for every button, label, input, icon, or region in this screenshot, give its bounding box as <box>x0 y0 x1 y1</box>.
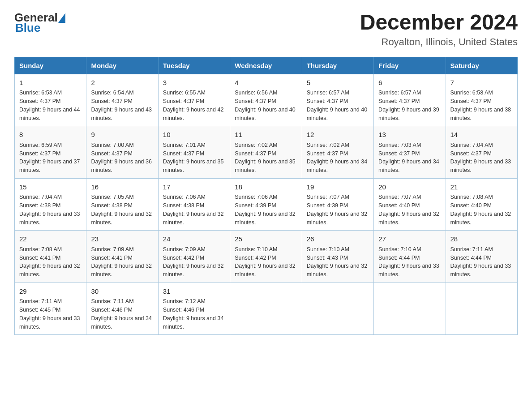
header-tuesday: Tuesday <box>158 57 230 74</box>
calendar-cell: 11Sunrise: 7:02 AMSunset: 4:37 PMDayligh… <box>230 126 302 179</box>
day-number: 25 <box>235 234 297 244</box>
day-number: 10 <box>163 130 225 140</box>
calendar-cell: 3Sunrise: 6:55 AMSunset: 4:37 PMDaylight… <box>158 74 230 126</box>
day-number: 24 <box>163 234 225 244</box>
calendar-cell <box>446 283 517 335</box>
day-info: Sunrise: 7:10 AMSunset: 4:43 PMDaylight:… <box>307 245 369 279</box>
day-info: Sunrise: 7:08 AMSunset: 4:41 PMDaylight:… <box>19 245 82 279</box>
calendar-cell: 1Sunrise: 6:53 AMSunset: 4:37 PMDaylight… <box>15 74 86 126</box>
header-saturday: Saturday <box>446 57 517 74</box>
week-row-5: 29Sunrise: 7:11 AMSunset: 4:45 PMDayligh… <box>15 283 518 335</box>
day-info: Sunrise: 7:00 AMSunset: 4:37 PMDaylight:… <box>91 141 153 175</box>
day-info: Sunrise: 7:02 AMSunset: 4:37 PMDaylight:… <box>235 141 297 175</box>
day-number: 28 <box>450 234 513 244</box>
week-row-2: 8Sunrise: 6:59 AMSunset: 4:37 PMDaylight… <box>15 126 518 179</box>
calendar-cell: 16Sunrise: 7:05 AMSunset: 4:38 PMDayligh… <box>86 178 158 231</box>
header-monday: Monday <box>86 57 158 74</box>
day-info: Sunrise: 7:06 AMSunset: 4:39 PMDaylight:… <box>235 193 297 227</box>
day-number: 14 <box>450 130 513 140</box>
calendar-cell: 18Sunrise: 7:06 AMSunset: 4:39 PMDayligh… <box>230 178 302 231</box>
day-info: Sunrise: 7:04 AMSunset: 4:37 PMDaylight:… <box>450 141 513 175</box>
day-number: 30 <box>91 287 153 297</box>
day-info: Sunrise: 7:06 AMSunset: 4:38 PMDaylight:… <box>163 193 225 227</box>
calendar-cell: 21Sunrise: 7:08 AMSunset: 4:40 PMDayligh… <box>446 178 517 231</box>
day-number: 11 <box>235 130 297 140</box>
day-number: 26 <box>307 234 369 244</box>
day-info: Sunrise: 7:11 AMSunset: 4:46 PMDaylight:… <box>91 297 153 331</box>
calendar-cell: 15Sunrise: 7:04 AMSunset: 4:38 PMDayligh… <box>15 178 86 231</box>
header-friday: Friday <box>374 57 446 74</box>
day-number: 13 <box>378 130 441 140</box>
calendar-cell: 26Sunrise: 7:10 AMSunset: 4:43 PMDayligh… <box>302 231 373 283</box>
calendar-cell <box>230 283 302 335</box>
header-sunday: Sunday <box>15 57 86 74</box>
logo-triangle-icon <box>58 13 65 23</box>
calendar-cell <box>302 283 373 335</box>
day-info: Sunrise: 6:56 AMSunset: 4:37 PMDaylight:… <box>235 89 297 122</box>
day-number: 8 <box>19 130 82 140</box>
calendar-cell: 5Sunrise: 6:57 AMSunset: 4:37 PMDaylight… <box>302 74 373 126</box>
day-info: Sunrise: 7:05 AMSunset: 4:38 PMDaylight:… <box>91 193 153 227</box>
calendar-cell: 19Sunrise: 7:07 AMSunset: 4:39 PMDayligh… <box>302 178 373 231</box>
day-number: 7 <box>450 78 513 88</box>
day-info: Sunrise: 7:08 AMSunset: 4:40 PMDaylight:… <box>450 193 513 227</box>
calendar-cell: 24Sunrise: 7:09 AMSunset: 4:42 PMDayligh… <box>158 231 230 283</box>
day-number: 4 <box>235 78 297 88</box>
title-area: December 2024 Royalton, Illinois, United… <box>360 11 518 48</box>
day-info: Sunrise: 6:57 AMSunset: 4:37 PMDaylight:… <box>378 89 441 122</box>
day-number: 1 <box>19 78 82 88</box>
day-number: 16 <box>91 182 153 193</box>
day-number: 17 <box>163 182 225 193</box>
logo-icon <box>58 13 65 23</box>
day-info: Sunrise: 6:58 AMSunset: 4:37 PMDaylight:… <box>450 89 513 122</box>
calendar-title: December 2024 <box>360 11 518 34</box>
calendar-cell: 29Sunrise: 7:11 AMSunset: 4:45 PMDayligh… <box>15 283 86 335</box>
calendar-cell: 23Sunrise: 7:09 AMSunset: 4:41 PMDayligh… <box>86 231 158 283</box>
calendar-cell: 30Sunrise: 7:11 AMSunset: 4:46 PMDayligh… <box>86 283 158 335</box>
day-number: 15 <box>19 182 82 193</box>
calendar-subtitle: Royalton, Illinois, United States <box>360 36 518 48</box>
calendar-cell: 22Sunrise: 7:08 AMSunset: 4:41 PMDayligh… <box>15 231 86 283</box>
day-info: Sunrise: 6:57 AMSunset: 4:37 PMDaylight:… <box>307 89 369 122</box>
day-info: Sunrise: 7:10 AMSunset: 4:44 PMDaylight:… <box>378 245 441 279</box>
calendar-cell: 10Sunrise: 7:01 AMSunset: 4:37 PMDayligh… <box>158 126 230 179</box>
day-info: Sunrise: 6:55 AMSunset: 4:37 PMDaylight:… <box>163 89 225 122</box>
calendar-cell <box>374 283 446 335</box>
calendar-cell: 28Sunrise: 7:11 AMSunset: 4:44 PMDayligh… <box>446 231 517 283</box>
calendar-cell: 4Sunrise: 6:56 AMSunset: 4:37 PMDaylight… <box>230 74 302 126</box>
day-info: Sunrise: 7:01 AMSunset: 4:37 PMDaylight:… <box>163 141 225 175</box>
day-info: Sunrise: 7:11 AMSunset: 4:45 PMDaylight:… <box>19 297 82 331</box>
calendar-cell: 14Sunrise: 7:04 AMSunset: 4:37 PMDayligh… <box>446 126 517 179</box>
header-thursday: Thursday <box>302 57 373 74</box>
calendar-cell: 25Sunrise: 7:10 AMSunset: 4:42 PMDayligh… <box>230 231 302 283</box>
calendar-cell: 13Sunrise: 7:03 AMSunset: 4:37 PMDayligh… <box>374 126 446 179</box>
day-number: 6 <box>378 78 441 88</box>
day-info: Sunrise: 6:53 AMSunset: 4:37 PMDaylight:… <box>19 89 82 122</box>
calendar-cell: 17Sunrise: 7:06 AMSunset: 4:38 PMDayligh… <box>158 178 230 231</box>
day-number: 12 <box>307 130 369 140</box>
day-number: 18 <box>235 182 297 193</box>
day-number: 2 <box>91 78 153 88</box>
day-number: 3 <box>163 78 225 88</box>
day-number: 19 <box>307 182 369 193</box>
calendar-cell: 9Sunrise: 7:00 AMSunset: 4:37 PMDaylight… <box>86 126 158 179</box>
day-info: Sunrise: 7:12 AMSunset: 4:46 PMDaylight:… <box>163 297 225 331</box>
page-header: General Blue December 2024 Royalton, Ill… <box>14 11 518 48</box>
calendar-cell: 20Sunrise: 7:07 AMSunset: 4:40 PMDayligh… <box>374 178 446 231</box>
calendar-cell: 31Sunrise: 7:12 AMSunset: 4:46 PMDayligh… <box>158 283 230 335</box>
logo-blue-text: Blue <box>15 22 40 34</box>
day-number: 5 <box>307 78 369 88</box>
calendar-cell: 27Sunrise: 7:10 AMSunset: 4:44 PMDayligh… <box>374 231 446 283</box>
calendar-cell: 12Sunrise: 7:02 AMSunset: 4:37 PMDayligh… <box>302 126 373 179</box>
week-row-3: 15Sunrise: 7:04 AMSunset: 4:38 PMDayligh… <box>15 178 518 231</box>
week-row-4: 22Sunrise: 7:08 AMSunset: 4:41 PMDayligh… <box>15 231 518 283</box>
day-info: Sunrise: 7:09 AMSunset: 4:42 PMDaylight:… <box>163 245 225 279</box>
day-info: Sunrise: 6:59 AMSunset: 4:37 PMDaylight:… <box>19 141 82 175</box>
day-number: 20 <box>378 182 441 193</box>
day-info: Sunrise: 7:07 AMSunset: 4:39 PMDaylight:… <box>307 193 369 227</box>
day-info: Sunrise: 7:04 AMSunset: 4:38 PMDaylight:… <box>19 193 82 227</box>
day-number: 27 <box>378 234 441 244</box>
calendar-cell: 6Sunrise: 6:57 AMSunset: 4:37 PMDaylight… <box>374 74 446 126</box>
day-info: Sunrise: 7:07 AMSunset: 4:40 PMDaylight:… <box>378 193 441 227</box>
day-number: 9 <box>91 130 153 140</box>
